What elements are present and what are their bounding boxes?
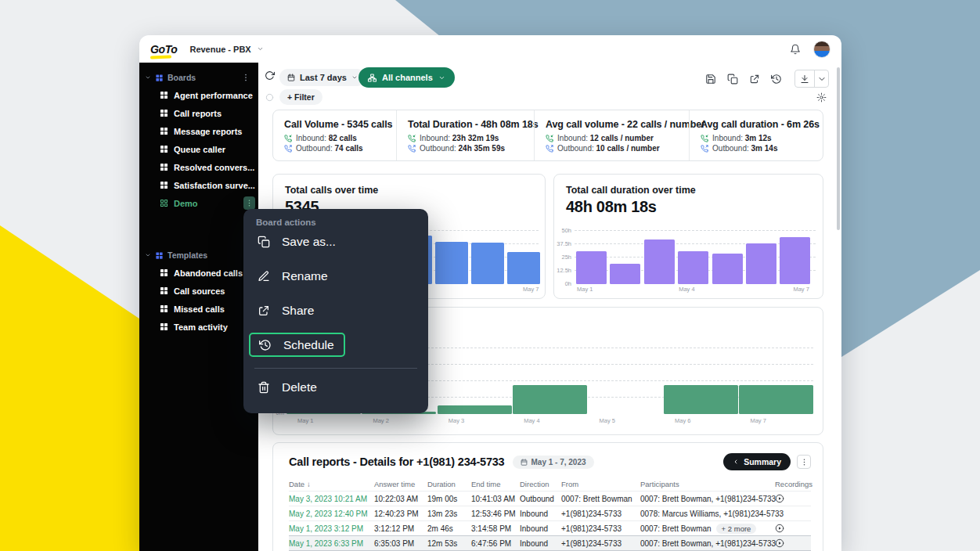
chart-big-value: 48h 08m 18s (566, 198, 823, 216)
sidebar-item-call-sources[interactable]: Call sources (139, 282, 258, 300)
cell-direction: Outbound (520, 495, 561, 503)
sidebar-item-message-reports[interactable]: Message reports (139, 122, 258, 140)
stat-card-4: Avg call duration - 6m 26sInbound: 3m 12… (689, 110, 823, 160)
x-axis-label: May 7 (523, 286, 539, 293)
column-header-date[interactable]: Date↓ (289, 480, 374, 488)
board-grid-icon (160, 305, 168, 312)
menu-item-delete[interactable]: Delete (243, 375, 317, 400)
outbound-call-icon (408, 145, 416, 153)
cell-duration: 19m 00s (427, 495, 471, 503)
board-actions-menu: Board actions Save as...RenameShareSched… (243, 209, 428, 413)
settings-gear-icon[interactable] (816, 92, 827, 103)
stat-card-1: Call Volume - 5345 callsInbound: 82 call… (273, 110, 396, 160)
cell-date[interactable]: May 3, 2023 10:21 AM (289, 495, 374, 503)
cell-date[interactable]: May 1, 2023 3:12 PM (289, 524, 374, 533)
play-recording-icon[interactable] (775, 524, 784, 533)
sidebar-item-team-activity[interactable]: Team activity (139, 318, 258, 336)
summary-button[interactable]: Summary (723, 453, 791, 470)
sidebar-item-label: Satisfaction surve... (174, 181, 255, 190)
column-header-from: From (561, 480, 640, 488)
y-axis-label: 12.5h (556, 267, 571, 274)
refresh-icon[interactable] (265, 70, 275, 81)
table-row[interactable]: May 3, 2023 10:21 AM10:22:03 AM19m 00s10… (289, 491, 811, 506)
menu-divider (254, 368, 417, 369)
bar-may-3 (438, 405, 512, 414)
download-icon[interactable] (795, 70, 814, 87)
table-title: Call reports - Details for +1(981) 234-5… (289, 456, 505, 468)
bar-may-6 (471, 243, 504, 284)
add-filter-button[interactable]: + Filter (279, 89, 322, 105)
sidebar-item-call-reports[interactable]: Call reports (139, 104, 258, 122)
gridline (575, 270, 816, 271)
table-kebab-menu[interactable] (797, 455, 811, 469)
cell-from: +1(981)234-5733 (561, 510, 640, 518)
sidebar-item-demo[interactable]: Demo (139, 194, 258, 212)
cell-end-time: 6:47:56 PM (471, 539, 520, 548)
x-axis-label: May 7 (750, 417, 766, 424)
board-toolbar-actions (705, 70, 829, 88)
play-recording-icon[interactable] (775, 538, 784, 548)
share-icon (258, 304, 270, 317)
date-range-label: Last 7 days (300, 73, 347, 82)
sidebar-item-label: Abandoned calls (174, 268, 243, 278)
sidebar-item-abandoned-calls[interactable]: Abandoned calls (139, 264, 258, 282)
share-icon[interactable] (749, 74, 760, 85)
sort-descending-icon[interactable]: ↓ (307, 480, 311, 488)
more-participants-pill[interactable]: + 2 more (716, 524, 757, 534)
stat-inbound: Inbound: 23h 32m 19s (408, 134, 534, 142)
table-row[interactable]: May 2, 2023 12:40 PM12:40:23 PM13m 23s12… (289, 506, 811, 520)
sidebar-item-label: Agent performance (174, 91, 253, 100)
cell-date[interactable]: May 2, 2023 12:40 PM (289, 510, 374, 518)
play-recording-icon[interactable] (775, 494, 784, 503)
cell-duration: 13m 23s (427, 510, 471, 518)
gridline (575, 230, 816, 231)
table-row[interactable]: May 1, 2023 6:33 PM6:35:03 PM12m 53s6:47… (289, 535, 811, 550)
duplicate-icon[interactable] (727, 74, 738, 85)
sidebar-section-boards[interactable]: Boards (139, 69, 258, 86)
cell-date[interactable]: May 1, 2023 6:33 PM (289, 539, 374, 548)
cell-direction: Inbound (520, 524, 561, 533)
table-row[interactable]: May 1, 2023 3:12 PM3:12:12 PM2m 46s3:14:… (289, 520, 811, 535)
sidebar-item-satisfaction-surve[interactable]: Satisfaction surve... (139, 176, 258, 194)
menu-item-save-as[interactable]: Save as... (243, 229, 336, 254)
notifications-bell-icon[interactable] (790, 44, 801, 55)
stat-title: Call Volume - 5345 calls (284, 119, 396, 130)
bar-may-6 (664, 385, 738, 414)
download-options-chevron[interactable] (814, 70, 828, 87)
cell-direction: Inbound (520, 539, 561, 548)
stat-inbound: Inbound: 12 calls / number (546, 134, 689, 142)
cell-end-time: 12:53:46 PM (471, 510, 520, 518)
history-icon[interactable] (771, 74, 782, 85)
chevron-down-icon (145, 252, 151, 258)
sidebar-item-resolved-convers[interactable]: Resolved convers... (139, 158, 258, 176)
download-split-button (794, 70, 829, 88)
workspace-label: Revenue - PBX (189, 45, 250, 54)
sidebar-item-label: Call reports (174, 109, 222, 118)
table-body: May 3, 2023 10:21 AM10:22:03 AM19m 00s10… (289, 491, 811, 550)
stat-outbound: Outbound: 74 calls (284, 144, 396, 153)
sidebar-item-agent-performance[interactable]: Agent performance (139, 86, 258, 104)
cell-recordings (775, 538, 812, 548)
date-range-filter[interactable]: Last 7 days (279, 69, 366, 86)
sidebar-item-label: Message reports (174, 127, 242, 136)
bar-may-5 (712, 254, 743, 284)
menu-item-schedule[interactable]: Schedule (249, 333, 345, 357)
add-filter-label: + Filter (287, 92, 315, 102)
channels-filter[interactable]: All channels (358, 67, 455, 88)
menu-item-rename[interactable]: Rename (243, 264, 328, 289)
cell-answer-time: 12:40:23 PM (374, 510, 427, 518)
sidebar-section-templates[interactable]: Templates (139, 247, 258, 264)
scrollbar-thumb[interactable] (837, 67, 840, 230)
sidebar-item-queue-caller[interactable]: Queue caller (139, 140, 258, 158)
save-icon[interactable] (705, 74, 716, 85)
menu-item-share[interactable]: Share (243, 298, 314, 323)
board-grid-icon (160, 128, 168, 135)
stat-title: Total Duration - 48h 08m 18s (408, 119, 534, 130)
x-axis-label: May 1 (577, 286, 593, 293)
sidebar-item-missed-calls[interactable]: Missed calls (139, 300, 258, 318)
workspace-selector[interactable]: Revenue - PBX (189, 45, 263, 54)
x-axis-label: May 6 (675, 417, 690, 424)
user-avatar[interactable] (813, 41, 830, 58)
board-item-kebab-button[interactable] (243, 196, 255, 210)
section-kebab-icon[interactable] (241, 73, 250, 82)
